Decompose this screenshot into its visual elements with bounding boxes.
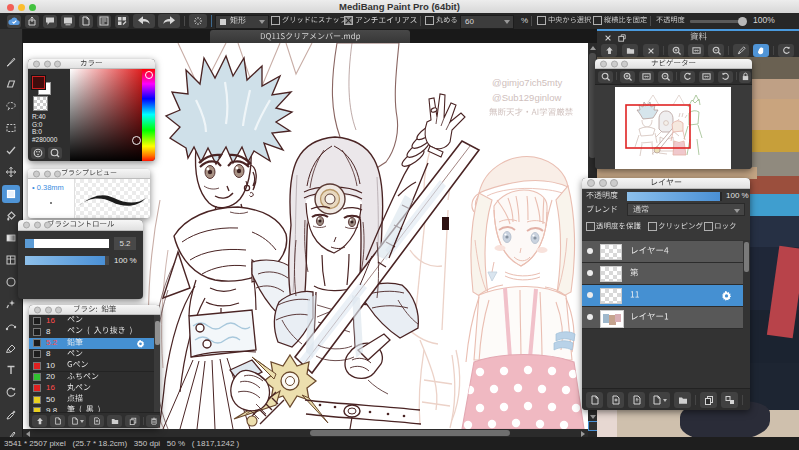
svg-text:@gimjo7ich5mty: @gimjo7ich5mty xyxy=(492,77,563,88)
svg-text:@Sub129ginlow: @Sub129ginlow xyxy=(492,92,561,103)
